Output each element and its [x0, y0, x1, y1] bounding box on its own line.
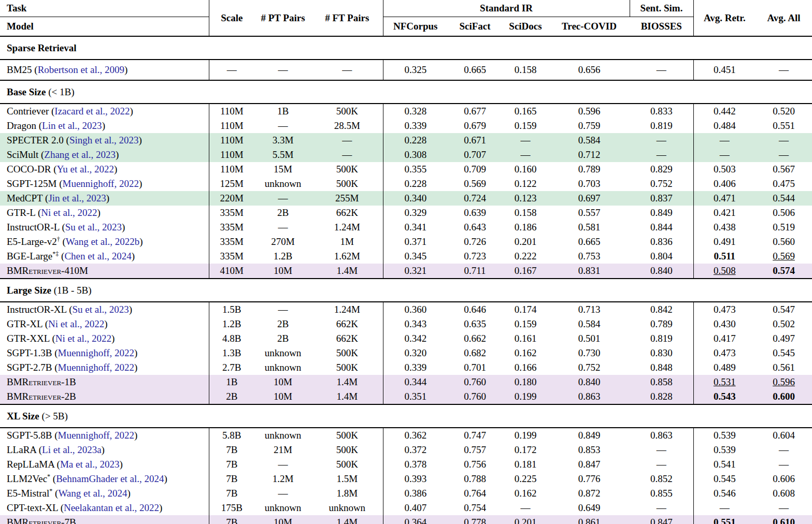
cell-ft-pairs: 500K — [311, 162, 383, 177]
citation-link[interactable]: Jin et al., 2023 — [48, 193, 106, 203]
cell-model: BM25 (Robertson et al., 2009) — [0, 60, 209, 80]
section-header-row: Base Size (< 1B) — [0, 80, 812, 104]
col-header-model: Model — [0, 17, 209, 37]
cell-model: BMRetriever-7B — [0, 515, 209, 524]
cell-scale: 410M — [209, 264, 254, 279]
citation-link[interactable]: Ni et al., 2022 — [48, 318, 104, 329]
cell-nfcorpus: 0.344 — [383, 375, 448, 389]
cell-avg-all: 0.610 — [756, 515, 812, 524]
table-row: BMRetriever-7B7B10M1.4M0.3640.7780.2010.… — [0, 515, 812, 524]
cell-pt-pairs: 10M — [254, 389, 311, 404]
citation-link[interactable]: Muennighoff, 2022 — [58, 430, 134, 441]
table-row: LLaRA (Li et al., 2023a)7B21M500K0.3720.… — [0, 443, 812, 457]
table-row: InstructOR-XL (Su et al., 2023)1.5B—1.24… — [0, 302, 812, 317]
citation-link[interactable]: Ni et al., 2022 — [55, 333, 111, 344]
cell-avg-retr: 0.471 — [693, 191, 756, 206]
model-name: BMRetriever-7B — [7, 517, 76, 524]
cell-trec-covid: 0.849 — [549, 428, 630, 443]
cell-avg-all: — — [756, 133, 812, 148]
cell-ft-pairs: 662K — [311, 206, 383, 220]
cell-scifact: 0.711 — [448, 264, 502, 279]
cell-nfcorpus: 0.308 — [383, 148, 448, 162]
cell-trec-covid: 0.697 — [549, 191, 630, 206]
cell-model: LLaRA (Li et al., 2023a) — [0, 443, 209, 457]
cell-avg-all: — — [756, 443, 812, 457]
cell-avg-retr: 0.546 — [693, 486, 756, 501]
cell-trec-covid: 0.730 — [549, 346, 630, 360]
cell-trec-covid: 0.713 — [549, 302, 630, 317]
col-header-scale: Scale — [209, 0, 254, 36]
cell-ft-pairs: — — [311, 148, 383, 162]
cell-trec-covid: 0.853 — [549, 443, 630, 457]
cell-ft-pairs: 1M — [311, 235, 383, 249]
model-name: COCO-DR — [7, 164, 51, 174]
cell-pt-pairs: 10M — [254, 515, 311, 524]
cell-scifact: 0.569 — [448, 177, 502, 191]
cell-scifact: 0.701 — [448, 360, 502, 375]
cell-pt-pairs: unknown — [254, 360, 311, 375]
table-row: SGPT-5.8B (Muennighoff, 2022)5.8Bunknown… — [0, 428, 812, 443]
cell-nfcorpus: 0.360 — [383, 302, 448, 317]
citation-link[interactable]: Ma et al., 2023 — [60, 459, 120, 470]
citation-link[interactable]: Singh et al., 2023 — [69, 135, 139, 145]
cell-scidocs: 0.123 — [502, 191, 549, 206]
citation-link[interactable]: Muennighoff, 2022 — [58, 347, 134, 358]
cell-avg-retr: 0.406 — [693, 177, 756, 191]
table-row: E5-Mistral* (Wang et al., 2024)7B—1.8M0.… — [0, 486, 812, 501]
citation-link[interactable]: Wang et al., 2022b — [66, 236, 140, 247]
cell-model: InstructOR-XL (Su et al., 2023) — [0, 302, 209, 317]
cell-avg-retr: 0.539 — [693, 443, 756, 457]
cell-trec-covid: 0.753 — [549, 249, 630, 264]
citation-link[interactable]: Su et al., 2023 — [65, 222, 122, 232]
cell-nfcorpus: 0.364 — [383, 515, 448, 524]
citation-link[interactable]: Lin et al., 2023 — [42, 120, 102, 131]
cell-trec-covid: 0.581 — [549, 220, 630, 235]
cell-model: GTR-XL (Ni et al., 2022) — [0, 317, 209, 331]
cell-scidocs: 0.160 — [502, 162, 549, 177]
citation-link[interactable]: Zhang et al., 2023 — [44, 149, 116, 160]
cell-biosses: — — [630, 457, 693, 472]
cell-avg-retr: 0.442 — [693, 104, 756, 119]
cell-scifact: 0.764 — [448, 486, 502, 501]
cell-nfcorpus: 0.228 — [383, 177, 448, 191]
cell-scale: 110M — [209, 133, 254, 148]
citation-link[interactable]: Chen et al., 2024 — [64, 251, 131, 261]
cell-ft-pairs: 500K — [311, 104, 383, 119]
cell-scale: 1.2B — [209, 317, 254, 331]
cell-scale: 2B — [209, 389, 254, 404]
cell-scifact: 0.760 — [448, 375, 502, 389]
cell-biosses: 0.789 — [630, 317, 693, 331]
cell-avg-retr: — — [693, 133, 756, 148]
table-header: Task Scale # PT Pairs # FT Pairs Standar… — [0, 0, 812, 36]
cell-scale: 110M — [209, 119, 254, 133]
model-name: SciMult — [7, 149, 38, 160]
citation-link[interactable]: Muennighoff, 2022 — [58, 362, 134, 373]
citation-link[interactable]: Su et al., 2023 — [72, 304, 129, 315]
cell-pt-pairs: — — [254, 457, 311, 472]
citation-link[interactable]: Wang et al., 2024 — [58, 488, 127, 499]
cell-scale: 4.8B — [209, 331, 254, 346]
cell-biosses: 0.829 — [630, 162, 693, 177]
citation-link[interactable]: Li et al., 2023a — [42, 444, 102, 455]
cell-trec-covid: 0.501 — [549, 331, 630, 346]
citation-link[interactable]: Ni et al., 2022 — [41, 207, 97, 218]
cell-scidocs: 0.161 — [502, 331, 549, 346]
col-header-task: Task — [0, 0, 209, 17]
cell-nfcorpus: 0.378 — [383, 457, 448, 472]
citation-link[interactable]: Muennighoff, 2022 — [63, 178, 139, 189]
citation-link[interactable]: Neelakantan et al., 2022 — [64, 502, 159, 513]
table-row: SPECTER 2.0 (Singh et al., 2023)110M3.3M… — [0, 133, 812, 148]
cell-scidocs: 0.162 — [502, 346, 549, 360]
cell-scale: 5.8B — [209, 428, 254, 443]
cell-avg-retr: 0.438 — [693, 220, 756, 235]
citation-link[interactable]: Yu et al., 2022 — [57, 164, 114, 174]
cell-scifact: 0.639 — [448, 206, 502, 220]
cell-trec-covid: 0.776 — [549, 472, 630, 486]
cell-trec-covid: 0.557 — [549, 206, 630, 220]
citation-link[interactable]: Izacard et al., 2022 — [54, 106, 130, 117]
citation-link[interactable]: Robertson et al., 2009 — [38, 64, 124, 75]
table-row: BMRetriever-2B2B10M1.4M0.3510.7600.1990.… — [0, 389, 812, 404]
citation-link[interactable]: BehnamGhader et al., 2024 — [56, 473, 164, 484]
cell-avg-all: 0.606 — [756, 472, 812, 486]
cell-avg-all: — — [756, 60, 812, 80]
